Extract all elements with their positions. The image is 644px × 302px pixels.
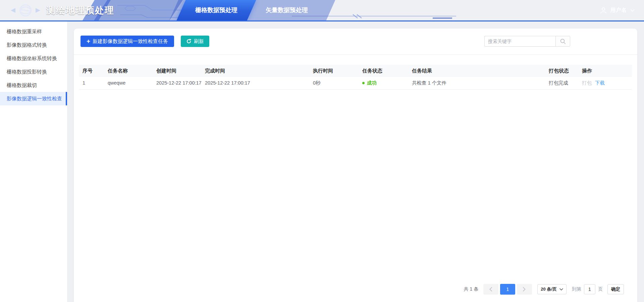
status-text: 成功 — [367, 80, 377, 86]
goto-prefix-label: 到第 — [572, 286, 581, 292]
column-header-exec-time: 执行时间 — [310, 65, 359, 77]
tasks-table-container: 序号 任务名称 创建时间 完成时间 执行时间 任务状态 任务结果 打包状态 操作… — [79, 65, 632, 90]
cell-actions: 打包下载 — [579, 77, 632, 89]
cell-exec-time: 0秒 — [310, 77, 359, 89]
cell-package-status: 打包完成 — [545, 77, 579, 89]
pagination-total: 共 1 条 — [464, 286, 479, 292]
package-action[interactable]: 打包 — [582, 80, 592, 86]
app-title: 测绘地理预处理 — [46, 4, 114, 16]
sidebar-item-raster-coord-convert[interactable]: 栅格数据坐标系统转换 — [0, 52, 67, 65]
chevron-down-icon — [630, 9, 635, 12]
table-row: 1 qweqwe 2025-12-22 17:00:17 2025-12-22 … — [79, 77, 632, 89]
status-dot — [362, 82, 365, 84]
chevron-right-icon — [523, 287, 526, 292]
prev-page-button[interactable] — [483, 284, 498, 295]
goto-confirm-button[interactable]: 确定 — [607, 284, 624, 294]
column-header-created-time: 创建时间 — [153, 65, 202, 77]
cell-task-name: qweqwe — [104, 77, 153, 89]
tab-raster-label: 栅格数据预处理 — [195, 7, 237, 13]
toolbar: + 新建影像数据逻辑一致性检查任务 刷新 — [74, 29, 637, 55]
refresh-icon — [186, 39, 192, 44]
chevron-left-icon — [489, 287, 492, 292]
search-icon — [560, 38, 566, 44]
page-size-value: 20 条/页 — [541, 286, 557, 292]
sidebar-item-raster-clip[interactable]: 栅格数据裁切 — [0, 79, 67, 92]
app-logo-icon — [10, 3, 41, 18]
cell-finish-time: 2025-12-22 17:00:17 — [202, 77, 310, 89]
goto-page-input[interactable] — [584, 284, 595, 294]
table-header-row: 序号 任务名称 创建时间 完成时间 执行时间 任务状态 任务结果 打包状态 操作 — [79, 65, 632, 77]
sidebar-item-image-format-convert[interactable]: 影像数据格式转换 — [0, 38, 67, 52]
cell-created-time: 2025-12-22 17:00:17 — [153, 77, 202, 89]
column-header-actions: 操作 — [579, 65, 632, 77]
username: 用户名 — [610, 7, 627, 14]
user-icon — [600, 7, 607, 14]
refresh-button[interactable]: 刷新 — [181, 36, 209, 47]
tab-vector-preprocess[interactable]: 矢量数据预处理 — [252, 0, 322, 20]
pagination: 共 1 条 1 20 条/页 到第 页 确定 — [464, 284, 624, 295]
column-header-package-status: 打包状态 — [545, 65, 579, 77]
sidebar-item-raster-projection-convert[interactable]: 栅格数据投影转换 — [0, 65, 67, 79]
goto-suffix-label: 页 — [598, 286, 603, 292]
refresh-label: 刷新 — [194, 38, 204, 45]
new-task-button[interactable]: + 新建影像数据逻辑一致性检查任务 — [80, 36, 174, 47]
brand: 测绘地理预处理 — [10, 0, 114, 20]
cell-task-result: 共检查 1 个文件 — [409, 77, 545, 89]
page-size-select[interactable]: 20 条/页 — [537, 284, 567, 294]
chevron-down-icon — [559, 288, 563, 291]
main-content-card: + 新建影像数据逻辑一致性检查任务 刷新 — [74, 29, 637, 302]
app-header: 测绘地理预处理 栅格数据预处理 矢量数据预处理 用户名 — [0, 0, 644, 21]
column-header-index: 序号 — [79, 65, 104, 77]
search-group — [484, 36, 570, 47]
sidebar: 栅格数据重采样 影像数据格式转换 栅格数据坐标系统转换 栅格数据投影转换 栅格数… — [0, 21, 67, 302]
column-header-task-name: 任务名称 — [104, 65, 153, 77]
search-input[interactable] — [484, 36, 555, 47]
column-header-task-result: 任务结果 — [409, 65, 545, 77]
header-tabs: 栅格数据预处理 矢量数据预处理 — [181, 0, 322, 20]
user-menu[interactable]: 用户名 — [600, 0, 635, 20]
page-number-button[interactable]: 1 — [500, 284, 515, 295]
cell-index: 1 — [79, 77, 104, 89]
new-task-label: 新建影像数据逻辑一致性检查任务 — [93, 38, 168, 45]
column-header-task-status: 任务状态 — [359, 65, 409, 77]
download-link[interactable]: 下载 — [595, 80, 605, 86]
search-button[interactable] — [555, 36, 570, 47]
tab-vector-label: 矢量数据预处理 — [266, 7, 308, 13]
tasks-table: 序号 任务名称 创建时间 完成时间 执行时间 任务状态 任务结果 打包状态 操作… — [79, 65, 632, 90]
sidebar-item-raster-resample[interactable]: 栅格数据重采样 — [0, 25, 67, 38]
sidebar-item-image-logical-consistency-check[interactable]: 影像数据逻辑一致性检查 — [0, 92, 67, 105]
cell-task-status: 成功 — [359, 77, 409, 89]
tab-raster-preprocess[interactable]: 栅格数据预处理 — [181, 0, 252, 20]
plus-icon: + — [87, 38, 90, 44]
column-header-finish-time: 完成时间 — [202, 65, 310, 77]
next-page-button[interactable] — [517, 284, 532, 295]
